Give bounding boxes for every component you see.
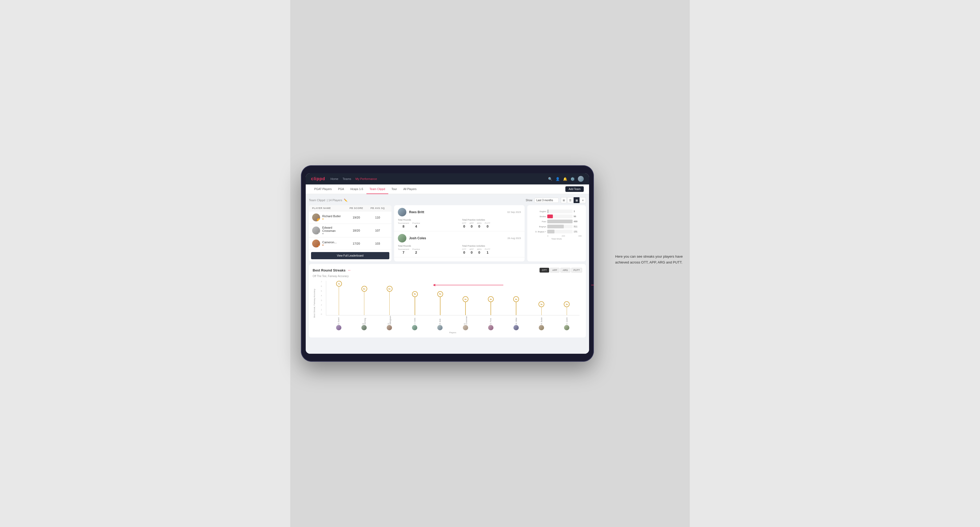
device-frame: clippd Home Teams My Performance 🔍 👤 🔔 ⚙… <box>301 165 594 362</box>
avatar: 2 <box>312 227 320 235</box>
round-item: Tournament 7 <box>398 248 409 254</box>
y-axis-label: Best Streak, Fairway Accuracy <box>313 289 316 317</box>
bar-fill <box>547 225 564 229</box>
nav-links: Home Teams My Performance <box>331 177 543 181</box>
round-sub-label: Tournament <box>398 222 409 224</box>
player-card-name: Rees Britt <box>409 210 424 214</box>
subnav-pgat[interactable]: PGAT Players <box>311 184 335 194</box>
player-avg: 110 <box>367 216 388 219</box>
dot-column: 6x <box>352 281 377 315</box>
subnav-pga[interactable]: PGA <box>335 184 347 194</box>
dot-circle: 3x <box>564 301 570 307</box>
dot-column: 4x <box>478 281 504 315</box>
round-value: 0 <box>462 224 466 229</box>
bar-value: 499 <box>574 220 582 223</box>
metric-tabs: OTT APP ARG PUTT <box>539 268 582 273</box>
bar-value: 3 <box>574 210 582 213</box>
subnav-tour[interactable]: Tour <box>388 184 400 194</box>
player-avatar-small <box>463 325 468 330</box>
round-value: 7 <box>398 251 409 254</box>
round-item: Tournament 8 <box>398 222 409 229</box>
y-tick: 2 <box>321 304 322 306</box>
round-sub-label: Tournament <box>398 248 409 251</box>
lb-col-avg: PB AVG SQ <box>367 207 388 210</box>
metric-tab-ott[interactable]: OTT <box>539 268 549 273</box>
player-name-label: C. Quick <box>566 316 568 324</box>
player-avatar-small <box>514 325 519 330</box>
round-sub-label: PUTT <box>485 248 490 251</box>
dot-column: 4x <box>504 281 529 315</box>
player-score: 17/20 <box>346 242 367 245</box>
view-card-btn[interactable]: ▦ <box>574 197 579 203</box>
player-col: E. Crossman <box>453 316 478 330</box>
player-card-header: Rees Britt 02 Sep 2023 <box>398 208 521 216</box>
bar-row: D. Bogeys + 131 <box>531 230 582 233</box>
rounds-sub: OTT 0 APP 0 <box>462 222 521 229</box>
player-col: D. Ford <box>478 316 503 330</box>
bar-label: Bogeys <box>531 225 546 228</box>
y-ticks: 7 6 5 4 3 2 1 0 <box>321 281 322 315</box>
player-avatar-small <box>488 325 493 330</box>
view-full-leaderboard-button[interactable]: View Full Leaderboard <box>311 252 389 259</box>
player-score: 18/20 <box>346 229 367 232</box>
add-team-button[interactable]: Add Team <box>565 186 584 192</box>
player-card-name: Josh Coles <box>409 237 426 240</box>
settings-icon[interactable]: ⚙️ <box>570 177 575 181</box>
y-tick: 7 <box>321 281 322 283</box>
metric-tab-arg[interactable]: ARG <box>560 268 570 273</box>
player-col: R. Britt <box>428 316 453 330</box>
bar-label: Birdies <box>531 215 546 218</box>
x-tick: 0 <box>547 235 548 237</box>
bar-track <box>547 225 573 229</box>
player-col: J. Coles <box>402 316 428 330</box>
dot-column: 6x <box>377 281 402 315</box>
y-tick: 5 <box>321 290 322 292</box>
team-controls: Show Last 3 months ⊞ ☰ ▦ ≡ <box>526 197 586 203</box>
dot-column: 3x <box>554 281 579 315</box>
nav-my-performance[interactable]: My Performance <box>355 177 377 181</box>
lb-header: PLAYER NAME PB SCORE PB AVG SQ <box>309 205 391 211</box>
round-value: 0 <box>469 251 474 254</box>
nav-teams[interactable]: Teams <box>342 177 351 181</box>
view-grid-btn[interactable]: ⊞ <box>561 197 567 203</box>
metric-tab-putt[interactable]: PUTT <box>571 268 582 273</box>
search-icon[interactable]: 🔍 <box>548 177 552 181</box>
round-item: PUTT 1 <box>485 248 490 254</box>
rounds-block: Total Rounds Tournament 7 <box>398 244 457 254</box>
dot-circle: 6x <box>387 286 393 292</box>
rounds-section: Total Rounds Tournament 8 <box>398 219 521 229</box>
round-value: 0 <box>477 224 482 229</box>
subnav-left: PGAT Players PGA Hcaps 1-5 Team Clippd T… <box>311 184 420 194</box>
player-col: R. Butler <box>529 316 554 330</box>
rounds-block: Total Rounds Tournament 8 <box>398 219 457 229</box>
subnav-team-clippd[interactable]: Team Clippd <box>366 184 388 194</box>
table-row: 1 Richard Butler ♥ 19/20 110 <box>309 211 391 224</box>
dot-column: 5x <box>428 281 453 315</box>
round-sub-label: APP <box>469 222 474 224</box>
player-avatar-small <box>412 325 417 330</box>
round-item: APP 0 <box>469 222 474 229</box>
view-detail-btn[interactable]: ≡ <box>580 197 586 203</box>
bar-fill <box>547 220 573 223</box>
nav-home[interactable]: Home <box>331 177 338 181</box>
view-list-btn[interactable]: ☰ <box>567 197 573 203</box>
bell-icon[interactable]: 🔔 <box>563 177 567 181</box>
edit-icon[interactable]: ✏️ <box>344 198 347 202</box>
team-header: Team Clippd | 14 Players ✏️ Show Last 3 … <box>309 197 586 203</box>
bar-row: Pars 499 <box>531 220 582 223</box>
player-avatar-small <box>361 325 367 330</box>
round-sub-label: Practice <box>412 248 420 251</box>
subnav-all-players[interactable]: All Players <box>400 184 420 194</box>
round-item: ARG 0 <box>477 248 482 254</box>
period-select[interactable]: Last 3 months <box>535 198 559 203</box>
avatar-icon[interactable] <box>578 176 584 182</box>
metric-tab-app[interactable]: APP <box>550 268 560 273</box>
x-tick: 400 <box>578 235 582 237</box>
subnav: PGAT Players PGA Hcaps 1-5 Team Clippd T… <box>306 184 589 194</box>
player-col: D. Billingham <box>377 316 402 330</box>
round-value: 0 <box>469 224 474 229</box>
user-icon[interactable]: 👤 <box>555 177 560 181</box>
avatar: 1 <box>312 213 320 221</box>
avatar <box>398 234 406 243</box>
subnav-hcaps[interactable]: Hcaps 1-5 <box>347 184 366 194</box>
